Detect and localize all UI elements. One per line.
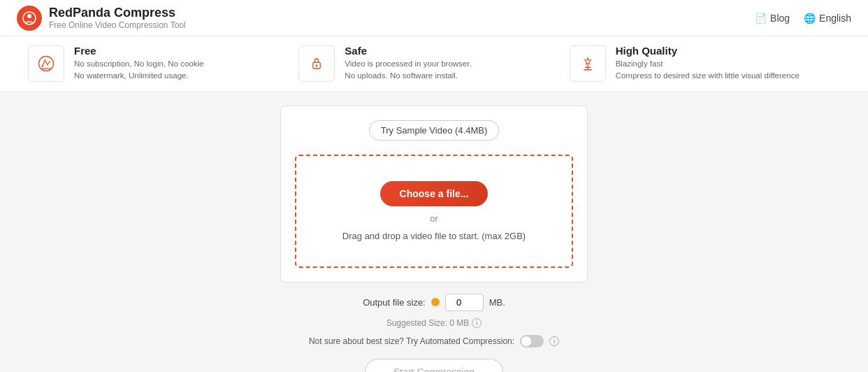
quality-icon-box <box>570 45 606 82</box>
start-compression-button[interactable]: Start Compression <box>365 359 503 373</box>
automated-label: Not sure about best size? Try Automated … <box>309 336 514 346</box>
safe-title: Safe <box>345 45 471 57</box>
blog-icon: 📄 <box>755 13 767 24</box>
app-name: RedPanda Compress <box>49 6 186 20</box>
automated-toggle[interactable] <box>520 335 544 348</box>
sample-video-button[interactable]: Try Sample Video (4.4MB) <box>369 120 499 141</box>
size-unit: MB. <box>489 297 505 308</box>
quality-title: High Quality <box>616 45 800 57</box>
language-nav-item[interactable]: 🌐 English <box>804 13 851 24</box>
safe-icon-box <box>298 45 335 82</box>
app-subtitle: Free Online Video Compression Tool <box>49 20 186 30</box>
blog-label: Blog <box>770 13 790 24</box>
quality-text: High Quality Blazingly fast Compress to … <box>616 45 800 83</box>
header-nav: 📄 Blog 🌐 English <box>755 13 851 24</box>
suggested-info-icon[interactable]: i <box>472 318 482 328</box>
feature-safe: Safe Video is processed in your browser.… <box>298 45 569 83</box>
free-title: Free <box>74 45 203 57</box>
main-area: Try Sample Video (4.4MB) Choose a file..… <box>0 92 868 373</box>
features-bar: Free No subscription, No login, No cooki… <box>0 36 868 92</box>
free-icon <box>36 54 56 73</box>
drop-zone[interactable]: Choose a file... or Drag and drop a vide… <box>295 155 573 268</box>
size-input[interactable] <box>445 294 484 311</box>
choose-file-button[interactable]: Choose a file... <box>380 181 489 206</box>
language-icon: 🌐 <box>804 13 816 24</box>
or-text: or <box>430 213 438 224</box>
upload-container: Try Sample Video (4.4MB) Choose a file..… <box>280 106 588 282</box>
quality-icon <box>578 54 598 73</box>
free-desc: No subscription, No login, No cookie No … <box>74 58 203 83</box>
safe-desc: Video is processed in your browser. No u… <box>345 58 471 83</box>
safe-icon <box>307 54 326 73</box>
output-size-label: Output file size: <box>363 297 426 308</box>
output-size-row: Output file size: MB. <box>363 294 505 311</box>
size-indicator-icon <box>431 298 440 306</box>
quality-desc: Blazingly fast Compress to desired size … <box>616 58 800 83</box>
header: RedPanda Compress Free Online Video Comp… <box>0 0 868 36</box>
svg-point-1 <box>27 14 31 18</box>
feature-quality: High Quality Blazingly fast Compress to … <box>570 45 840 83</box>
free-icon-box <box>28 45 64 82</box>
free-text: Free No subscription, No login, No cooki… <box>74 45 203 83</box>
language-label: English <box>819 13 851 24</box>
toggle-thumb <box>521 336 531 346</box>
drag-drop-text: Drag and drop a video file to start. (ma… <box>342 231 526 241</box>
blog-nav-item[interactable]: 📄 Blog <box>755 13 790 24</box>
safe-text: Safe Video is processed in your browser.… <box>345 45 471 83</box>
feature-free: Free No subscription, No login, No cooki… <box>28 45 298 83</box>
suggested-label: Suggested Size: 0 MB <box>386 318 470 328</box>
automated-info-icon[interactable]: i <box>549 336 559 346</box>
automated-compression-row: Not sure about best size? Try Automated … <box>309 335 559 348</box>
app-logo <box>17 6 42 31</box>
svg-point-6 <box>316 64 318 66</box>
controls-area: Output file size: MB. Suggested Size: 0 … <box>280 294 588 373</box>
svg-point-3 <box>41 65 43 67</box>
logo-area: RedPanda Compress Free Online Video Comp… <box>17 6 186 31</box>
app-title-area: RedPanda Compress Free Online Video Comp… <box>49 6 186 30</box>
suggested-size-row: Suggested Size: 0 MB i <box>386 318 482 328</box>
